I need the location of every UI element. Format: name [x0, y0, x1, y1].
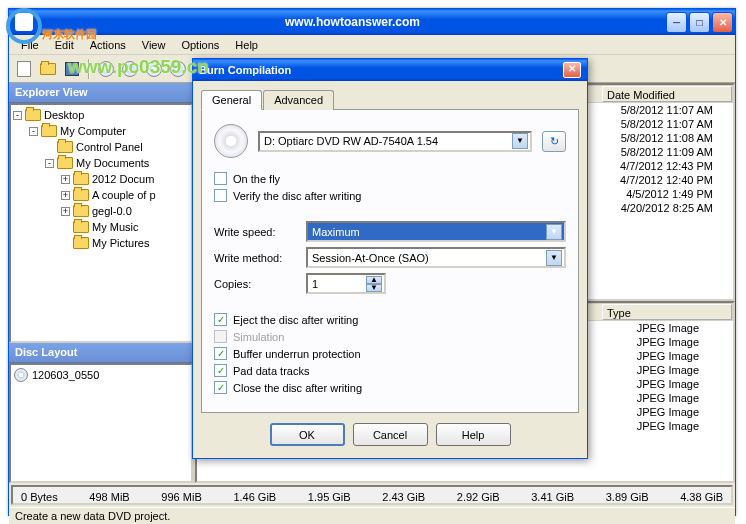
explorer-tree[interactable]: -Desktop-My ComputerControl Panel-My Doc…	[9, 103, 193, 343]
ruler-mark: 1.95 GiB	[308, 491, 351, 503]
tree-toggle-icon[interactable]: +	[61, 191, 70, 200]
close-button[interactable]: ✕	[712, 12, 733, 33]
dialog-close-button[interactable]: ✕	[563, 62, 581, 78]
tree-toggle-icon[interactable]: +	[61, 207, 70, 216]
tree-item[interactable]: +A couple of p	[13, 187, 189, 203]
tree-item[interactable]: -My Documents	[13, 155, 189, 171]
burn-dialog: Burn Compilation ✕ General Advanced D: O…	[192, 58, 588, 459]
tab-advanced[interactable]: Advanced	[263, 90, 334, 110]
ok-button[interactable]: OK	[270, 423, 345, 446]
disc4-button[interactable]	[167, 58, 189, 80]
menu-help[interactable]: Help	[227, 37, 266, 53]
disc-icon	[214, 124, 248, 158]
tree-item[interactable]: +gegl-0.0	[13, 203, 189, 219]
folder-icon	[73, 172, 89, 186]
tree-item[interactable]: +2012 Docum	[13, 171, 189, 187]
help-button[interactable]: Help	[436, 423, 511, 446]
copies-input[interactable]: 1 ▲ ▼	[306, 273, 386, 294]
folder-open-icon	[57, 156, 73, 170]
close-disc-checkbox[interactable]: ✓	[214, 381, 227, 394]
simulation-label: Simulation	[233, 331, 284, 343]
disc-layout-tree[interactable]: 120603_0550	[9, 363, 193, 483]
explorer-header: Explorer View	[9, 83, 193, 103]
date-column-header[interactable]: Date Modified	[602, 86, 732, 102]
tree-label: My Pictures	[92, 237, 149, 249]
dropdown-arrow-icon[interactable]: ▼	[512, 133, 528, 149]
folder-icon	[73, 188, 89, 202]
refresh-button[interactable]: ↻	[542, 131, 566, 152]
ruler-mark: 3.89 GiB	[606, 491, 649, 503]
ruler-mark: 1.46 GiB	[233, 491, 276, 503]
dropdown-arrow-icon[interactable]: ▼	[546, 224, 562, 240]
ruler-mark: 498 MiB	[89, 491, 129, 503]
write-method-dropdown[interactable]: Session-At-Once (SAO) ▼	[306, 247, 566, 268]
size-ruler: 0 Bytes498 MiB996 MiB1.46 GiB1.95 GiB2.4…	[11, 485, 733, 505]
tree-label: My Computer	[60, 125, 126, 137]
menu-view[interactable]: View	[134, 37, 174, 53]
folder-icon	[73, 236, 89, 250]
ruler-mark: 4.38 GiB	[680, 491, 723, 503]
on-the-fly-checkbox[interactable]	[214, 172, 227, 185]
tree-toggle-icon[interactable]: -	[29, 127, 38, 136]
pad-label: Pad data tracks	[233, 365, 309, 377]
new-button[interactable]	[13, 58, 35, 80]
write-speed-value: Maximum	[312, 226, 360, 238]
write-method-value: Session-At-Once (SAO)	[312, 252, 429, 264]
pad-checkbox[interactable]: ✓	[214, 364, 227, 377]
menu-options[interactable]: Options	[173, 37, 227, 53]
ruler-mark: 996 MiB	[161, 491, 201, 503]
disc-layout-label: 120603_0550	[32, 369, 99, 381]
close-disc-label: Close the disc after writing	[233, 382, 362, 394]
write-speed-dropdown[interactable]: Maximum ▼	[306, 221, 566, 242]
buffer-checkbox[interactable]: ✓	[214, 347, 227, 360]
dialog-title: Burn Compilation	[199, 64, 563, 76]
window-title: www.howtoanswer.com	[39, 15, 666, 29]
tree-label: A couple of p	[92, 189, 156, 201]
tree-label: My Music	[92, 221, 138, 233]
tree-item[interactable]: -Desktop	[13, 107, 189, 123]
type-column-header[interactable]: Type	[602, 304, 732, 320]
menu-file[interactable]: File	[13, 37, 47, 53]
menubar: File Edit Actions View Options Help	[9, 35, 735, 55]
disc-layout-header: Disc Layout	[9, 343, 193, 363]
menu-edit[interactable]: Edit	[47, 37, 82, 53]
folder-icon	[73, 204, 89, 218]
tab-panel: D: Optiarc DVD RW AD-7540A 1.54 ▼ ↻ On t…	[201, 109, 579, 413]
eject-checkbox[interactable]: ✓	[214, 313, 227, 326]
open-button[interactable]	[37, 58, 59, 80]
menu-actions[interactable]: Actions	[82, 37, 134, 53]
copies-value: 1	[312, 278, 318, 290]
verify-label: Verify the disc after writing	[233, 190, 361, 202]
burn-button[interactable]	[95, 58, 117, 80]
folder-icon	[73, 220, 89, 234]
status-text: Create a new data DVD project.	[15, 510, 170, 523]
tree-toggle-icon[interactable]: -	[13, 111, 22, 120]
tab-general[interactable]: General	[201, 90, 262, 110]
disc2-button[interactable]	[119, 58, 141, 80]
app-icon	[15, 13, 33, 31]
status-bar: Create a new data DVD project.	[9, 507, 735, 524]
save-button[interactable]	[61, 58, 83, 80]
device-dropdown[interactable]: D: Optiarc DVD RW AD-7540A 1.54 ▼	[258, 131, 532, 152]
copies-label: Copies:	[214, 278, 306, 290]
verify-checkbox[interactable]	[214, 189, 227, 202]
minimize-button[interactable]: ─	[666, 12, 687, 33]
tree-label: My Documents	[76, 157, 149, 169]
ruler-mark: 2.43 GiB	[382, 491, 425, 503]
spinner-down-icon[interactable]: ▼	[366, 284, 382, 292]
desktop-icon	[25, 108, 41, 122]
write-speed-label: Write speed:	[214, 226, 306, 238]
maximize-button[interactable]: □	[689, 12, 710, 33]
tree-toggle-icon[interactable]: -	[45, 159, 54, 168]
dropdown-arrow-icon[interactable]: ▼	[546, 250, 562, 266]
cancel-button[interactable]: Cancel	[353, 423, 428, 446]
tree-label: Control Panel	[76, 141, 143, 153]
tree-item[interactable]: My Music	[13, 219, 189, 235]
tree-item[interactable]: My Pictures	[13, 235, 189, 251]
tree-toggle-icon[interactable]: +	[61, 175, 70, 184]
tree-item[interactable]: -My Computer	[13, 123, 189, 139]
tree-label: 2012 Docum	[92, 173, 154, 185]
tree-item[interactable]: Control Panel	[13, 139, 189, 155]
disc3-button[interactable]	[143, 58, 165, 80]
disc-layout-item[interactable]: 120603_0550	[13, 367, 189, 383]
